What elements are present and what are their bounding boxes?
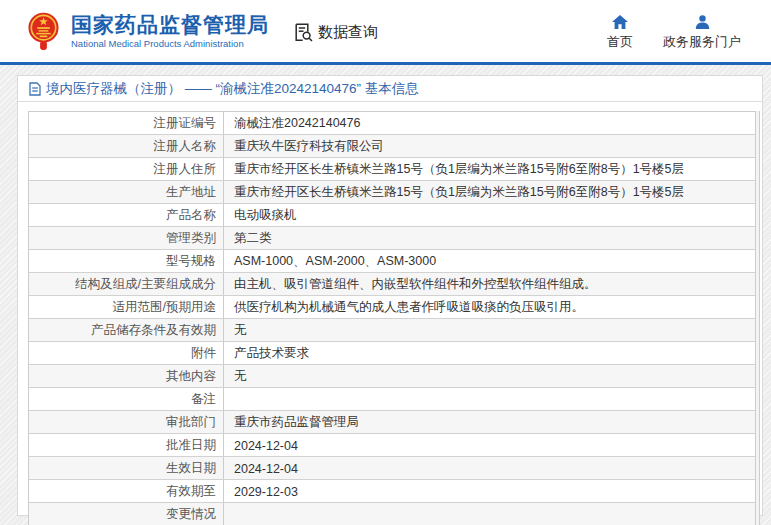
person-icon — [695, 15, 710, 29]
row-label: 生产地址 — [29, 181, 224, 203]
table-row: 审批部门重庆市药品监督管理局 — [29, 410, 755, 433]
row-label-text: 附件 — [191, 345, 216, 362]
row-value-text: 重庆市药品监督管理局 — [234, 414, 359, 431]
table-row: 产品名称电动吸痰机 — [29, 203, 755, 226]
row-value: 重庆市经开区长生桥镇米兰路15号（负1层编为米兰路15号附6至附8号）1号楼5层 — [224, 158, 755, 180]
row-label-text: 有效期至 — [166, 483, 216, 500]
row-value: 2024-12-04 — [224, 457, 755, 479]
row-value-text: 渝械注准20242140476 — [234, 115, 360, 132]
table-row: 其他内容无 — [29, 364, 755, 387]
table-row: 管理类别第二类 — [29, 226, 755, 249]
row-value-text: 由主机、吸引管道组件、内嵌型软件组件和外控型软件组件组成。 — [234, 276, 597, 293]
document-icon — [29, 82, 41, 96]
row-label-text: 注册证编号 — [154, 115, 217, 132]
row-label: 注册人住所 — [29, 158, 224, 180]
row-value: 2024-12-04 — [224, 434, 755, 456]
row-label-text: 注册人住所 — [154, 161, 217, 178]
table-row: 附件产品技术要求 — [29, 341, 755, 364]
table-row: 生产地址重庆市经开区长生桥镇米兰路15号（负1层编为米兰路15号附6至附8号）1… — [29, 180, 755, 203]
top-nav: 首页 政务服务门户 — [607, 15, 741, 51]
page-body: 境内医疗器械（注册） —— “渝械注准20242140476” 基本信息 注册证… — [0, 65, 771, 525]
table-row: 产品储存条件及有效期无 — [29, 318, 755, 341]
row-value: 电动吸痰机 — [224, 204, 755, 226]
row-value-text: 无 — [234, 322, 247, 339]
site-header: 国家药品监督管理局 National Medical Products Admi… — [0, 0, 771, 62]
row-label: 适用范围/预期用途 — [29, 296, 224, 318]
row-value-text: 供医疗机构为机械通气的成人患者作呼吸道吸痰的负压吸引用。 — [234, 299, 584, 316]
row-label: 型号规格 — [29, 250, 224, 272]
row-label: 备注 — [29, 388, 224, 410]
table-row: 生效日期2024-12-04 — [29, 456, 755, 479]
row-value: 重庆市经开区长生桥镇米兰路15号（负1层编为米兰路15号附6至附8号）1号楼5层 — [224, 181, 755, 203]
nav-item-home[interactable]: 首页 — [607, 15, 633, 51]
table-row: 变更情况 — [29, 502, 755, 525]
brand-block: 国家药品监督管理局 National Medical Products Admi… — [71, 13, 269, 50]
row-label: 结构及组成/主要组成成分 — [29, 273, 224, 295]
data-query-label: 数据查询 — [318, 23, 378, 42]
row-label-text: 产品名称 — [166, 207, 216, 224]
row-value-text: 电动吸痰机 — [234, 207, 297, 224]
row-value: 供医疗机构为机械通气的成人患者作呼吸道吸痰的负压吸引用。 — [224, 296, 755, 318]
table-row: 备注 — [29, 387, 755, 410]
page-title: 境内医疗器械（注册） —— “渝械注准20242140476” 基本信息 — [46, 80, 419, 98]
row-label-text: 管理类别 — [166, 230, 216, 247]
row-label-text: 生产地址 — [166, 184, 216, 201]
row-label-text: 批准日期 — [166, 437, 216, 454]
table-row: 注册人名称重庆玖牛医疗科技有限公司 — [29, 134, 755, 157]
data-query-icon — [293, 22, 314, 43]
row-value-text: 2024-12-04 — [234, 439, 298, 453]
row-value-text: 2024-12-04 — [234, 462, 298, 476]
row-label: 有效期至 — [29, 480, 224, 502]
row-value: 产品技术要求 — [224, 342, 755, 364]
row-label: 产品储存条件及有效期 — [29, 319, 224, 341]
row-value-text: 产品技术要求 — [234, 345, 309, 362]
registration-info-table: 注册证编号渝械注准20242140476注册人名称重庆玖牛医疗科技有限公司注册人… — [28, 111, 756, 525]
row-label: 生效日期 — [29, 457, 224, 479]
nav-item-gov-portal[interactable]: 政务服务门户 — [663, 15, 741, 51]
row-label: 注册人名称 — [29, 135, 224, 157]
nav-label: 政务服务门户 — [663, 33, 741, 51]
table-row: 注册人住所重庆市经开区长生桥镇米兰路15号（负1层编为米兰路15号附6至附8号）… — [29, 157, 755, 180]
row-label-text: 型号规格 — [166, 253, 216, 270]
table-row: 注册证编号渝械注准20242140476 — [29, 112, 755, 134]
row-label: 附件 — [29, 342, 224, 364]
row-label-text: 其他内容 — [166, 368, 216, 385]
row-value-text: 重庆市经开区长生桥镇米兰路15号（负1层编为米兰路15号附6至附8号）1号楼5层 — [234, 161, 684, 178]
row-label-text: 生效日期 — [166, 460, 216, 477]
row-label-text: 结构及组成/主要组成成分 — [75, 276, 216, 293]
row-value: 渝械注准20242140476 — [224, 112, 755, 134]
row-value — [224, 503, 755, 525]
data-query-button[interactable]: 数据查询 — [293, 22, 378, 43]
row-value: 重庆市药品监督管理局 — [224, 411, 755, 433]
row-value-text: 第二类 — [234, 230, 272, 247]
table-row: 结构及组成/主要组成成分由主机、吸引管道组件、内嵌型软件组件和外控型软件组件组成… — [29, 272, 755, 295]
row-label-text: 变更情况 — [166, 506, 216, 523]
detail-panel: 境内医疗器械（注册） —— “渝械注准20242140476” 基本信息 注册证… — [17, 75, 763, 516]
row-label: 审批部门 — [29, 411, 224, 433]
row-value-text: 重庆市经开区长生桥镇米兰路15号（负1层编为米兰路15号附6至附8号）1号楼5层 — [234, 184, 684, 201]
row-value: 第二类 — [224, 227, 755, 249]
nav-label: 首页 — [607, 33, 633, 51]
row-label-text: 产品储存条件及有效期 — [91, 322, 216, 339]
row-label-text: 备注 — [191, 391, 216, 408]
row-value: 无 — [224, 365, 755, 387]
row-value — [224, 388, 755, 410]
row-label: 变更情况 — [29, 503, 224, 525]
national-emblem-icon — [28, 11, 59, 53]
row-value-text: 无 — [234, 368, 247, 385]
row-value-text: 重庆玖牛医疗科技有限公司 — [234, 138, 384, 155]
row-value: 由主机、吸引管道组件、内嵌型软件组件和外控型软件组件组成。 — [224, 273, 755, 295]
row-label-text: 注册人名称 — [154, 138, 217, 155]
row-label: 产品名称 — [29, 204, 224, 226]
row-label: 注册证编号 — [29, 112, 224, 134]
row-label-text: 适用范围/预期用途 — [113, 299, 216, 316]
panel-header: 境内医疗器械（注册） —— “渝械注准20242140476” 基本信息 — [18, 76, 762, 102]
row-value: 无 — [224, 319, 755, 341]
row-value: 2029-12-03 — [224, 480, 755, 502]
row-value-text: ASM-1000、ASM-2000、ASM-3000 — [234, 253, 436, 270]
org-name-en: National Medical Products Administration — [71, 39, 269, 49]
row-value: ASM-1000、ASM-2000、ASM-3000 — [224, 250, 755, 272]
row-value-text: 2029-12-03 — [234, 485, 298, 499]
row-label-text: 审批部门 — [166, 414, 216, 431]
row-value: 重庆玖牛医疗科技有限公司 — [224, 135, 755, 157]
